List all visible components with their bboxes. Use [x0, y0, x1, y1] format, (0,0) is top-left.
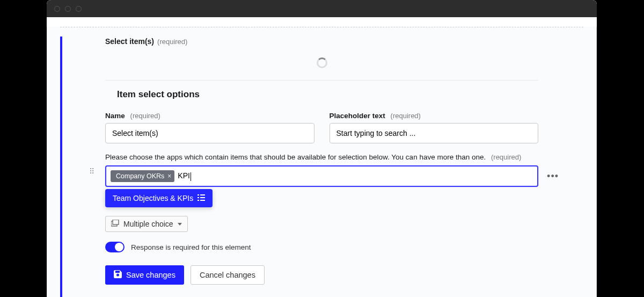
- save-button[interactable]: Save changes: [105, 265, 184, 285]
- save-button-label: Save changes: [126, 271, 175, 279]
- toggle-knob: [115, 243, 123, 251]
- name-label-text: Name: [105, 112, 125, 120]
- name-required: (required): [130, 112, 160, 120]
- svg-rect-7: [113, 220, 119, 224]
- save-icon: [114, 270, 122, 280]
- apps-help-row: Please choose the apps which contain ite…: [105, 153, 538, 161]
- apps-autocomplete-dropdown: Team Objectives & KPIs: [105, 189, 213, 207]
- svg-rect-4: [197, 200, 199, 201]
- form-wrap: Select item(s) (required) Item select op…: [71, 27, 573, 285]
- more-options-icon[interactable]: •••: [547, 171, 559, 182]
- chip-label: Company OKRs: [116, 172, 164, 180]
- svg-rect-3: [200, 197, 205, 198]
- chip-company-okrs: Company OKRs ×: [111, 170, 174, 182]
- section-divider: [105, 80, 538, 81]
- loading-spinner-icon: [317, 57, 327, 68]
- dropdown-option-team-objectives[interactable]: Team Objectives & KPIs: [105, 189, 213, 207]
- svg-rect-0: [197, 194, 199, 195]
- apps-tag-input-row: ⠿ ••• Company OKRs × KPI Team Objectives…: [105, 165, 538, 187]
- svg-rect-1: [200, 194, 205, 195]
- stack-icon: [111, 220, 119, 228]
- multiple-choice-row: Multiple choice: [105, 216, 538, 232]
- placeholder-required: (required): [391, 112, 421, 120]
- name-label: Name (required): [105, 112, 314, 120]
- element-title: Select item(s): [105, 37, 154, 46]
- section-title-text: Item select options: [117, 89, 200, 100]
- name-input[interactable]: [105, 123, 314, 143]
- apps-help-text: Please choose the apps which contain ite…: [105, 153, 486, 161]
- cancel-button-label: Cancel changes: [200, 271, 255, 279]
- required-toggle[interactable]: [105, 242, 125, 252]
- required-label: (required): [157, 38, 187, 46]
- placeholder-field-col: Placeholder text (required): [330, 112, 539, 143]
- list-icon: [197, 194, 205, 202]
- selection-rail: [60, 37, 62, 297]
- svg-rect-5: [200, 200, 205, 201]
- content-area: Select item(s) (required) Item select op…: [47, 27, 597, 297]
- required-toggle-label: Response is required for this element: [131, 243, 251, 251]
- placeholder-input[interactable]: [330, 123, 539, 143]
- placeholder-label-text: Placeholder text: [330, 112, 385, 120]
- element-header: Select item(s) (required): [105, 37, 538, 46]
- crescent-icon: [105, 91, 113, 98]
- required-toggle-row: Response is required for this element: [105, 242, 538, 252]
- maximize-window-dot[interactable]: [76, 6, 82, 12]
- close-window-dot[interactable]: [54, 6, 60, 12]
- drag-handle-icon[interactable]: ⠿: [89, 170, 95, 173]
- apps-typed-text[interactable]: KPI: [178, 171, 533, 180]
- apps-required: (required): [491, 153, 521, 161]
- multiple-choice-label: Multiple choice: [123, 220, 173, 228]
- chevron-down-icon: [178, 223, 182, 226]
- name-field-col: Name (required): [105, 112, 314, 143]
- multiple-choice-selector[interactable]: Multiple choice: [105, 216, 188, 232]
- action-buttons: Save changes Cancel changes: [105, 265, 538, 285]
- window-titlebar[interactable]: [47, 0, 597, 17]
- cancel-button[interactable]: Cancel changes: [191, 265, 265, 285]
- chip-remove-icon[interactable]: ×: [167, 172, 171, 180]
- dropdown-option-label: Team Objectives & KPIs: [113, 194, 193, 202]
- apps-tag-input[interactable]: Company OKRs × KPI: [105, 165, 538, 187]
- minimize-window-dot[interactable]: [65, 6, 71, 12]
- section-title: Item select options: [105, 89, 538, 100]
- app-window: Select item(s) (required) Item select op…: [47, 0, 597, 297]
- two-column-row: Name (required) Placeholder text (requir…: [105, 112, 538, 143]
- svg-rect-2: [197, 197, 199, 198]
- placeholder-label: Placeholder text (required): [330, 112, 539, 120]
